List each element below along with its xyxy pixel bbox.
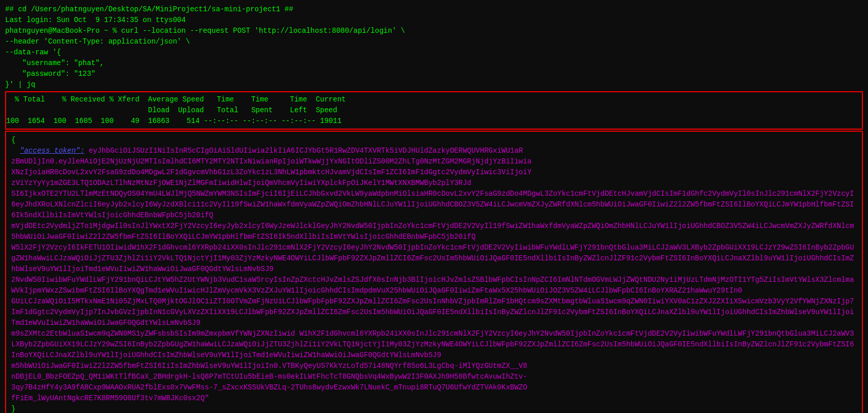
- token-line-3: XNzIjoiaHR0cDovL2xvY2FsaG9zdDo4MDgwL2F1d…: [11, 167, 857, 178]
- access-token-value-line1: eyJhbGciOiJSUzI1NiIsInR5cCIgOiAiSldUIiwi…: [89, 147, 523, 155]
- progress-header: % Total % Received % Xferd Average Speed…: [6, 94, 862, 105]
- token-line-9: GUiLCJzaWQiOiI5MTkxNmE1Ni05ZjMxLTQ0MjktO…: [11, 296, 857, 328]
- token-line-14: fFiEm_lWyUAntNgkcRE7K8RM59O8Uf3tv7mWBJKc…: [11, 393, 857, 404]
- last-login-line: Last login: Sun Oct 9 17:34:35 on ttys00…: [5, 15, 863, 26]
- jq-line: }' | jq: [5, 79, 863, 90]
- json-closing-brace: }: [11, 404, 857, 413]
- token-line-7: W5lX2FjY2VzcyI6IkFETU1OIiwidW1hX2F1dGhvc…: [11, 242, 857, 275]
- token-line-12: nDBjEL0_BbzFOEZpQ_QM1iWKtTlfBCaX_2BHdrgk…: [11, 371, 857, 382]
- token-line-10: m9sZXMtc2EtbWluaS1wcm9qZWN0MS1yZWFsbsbSI…: [11, 328, 857, 361]
- json-opening-brace: {: [11, 135, 857, 146]
- json-response-block: { "access_token": eyJhbGciOiJSUzI1NiIsIn…: [5, 131, 863, 413]
- username-line: "username": "phat",: [5, 58, 863, 69]
- token-line-8: 2NvdW50IiwibWFuYWdlLWFjY291bnQiLCJtYW5hZ…: [11, 275, 857, 296]
- cd-command-line: ## cd /Users/phatnguyen/Desktop/SA/MiniP…: [5, 4, 863, 15]
- password-line: "password": "123": [5, 69, 863, 79]
- progress-values: 100 1654 100 1605 100 49 16863 514 --:--…: [6, 116, 862, 127]
- terminal-window: ## cd /Users/phatnguyen/Desktop/SA/MiniP…: [0, 0, 868, 413]
- header-option-line: --header 'Content-Type: application/json…: [5, 36, 863, 47]
- data-raw-line: --data-raw '{: [5, 47, 863, 58]
- access-token-line: "access_token": eyJhbGciOiJSUzI1NiIsInR5…: [11, 146, 857, 156]
- token-line-2: zBmUDljIn0.eyJleHAiOjE2NjUzNjU2MTIsImlhd…: [11, 156, 857, 167]
- progress-subheader: Dload Upload Total Spent Left Speed: [6, 105, 862, 116]
- token-line-6: mVjdDEtc2VydmljZTo1MjdgwIl0sInJlYWxtX2Fj…: [11, 221, 857, 242]
- token-line-11: m5hbWUiOiJwaGF0IiwiZ2l2ZW5fbmFtZSI6IiIsI…: [11, 361, 857, 371]
- progress-section: % Total % Received % Xferd Average Speed…: [5, 91, 863, 130]
- token-line-5: SI6IjkxOTE2YTU2LTlmMzEtNDQyOS04YmU4LWJlM…: [11, 189, 857, 221]
- access-token-key: "access_token":: [20, 147, 84, 155]
- token-line-4: zViYzYyYy1mZGE3LTQ1ODAzLTlhNzMtNzFjOWE1N…: [11, 178, 857, 189]
- curl-command-line: phatnguyen@MacBook-Pro ~ % curl --locati…: [5, 26, 863, 36]
- token-line-13: 3qy7B4zHfY4y3A9fA8Cxp9WAAOxRUA2fblExs0x7…: [11, 382, 857, 393]
